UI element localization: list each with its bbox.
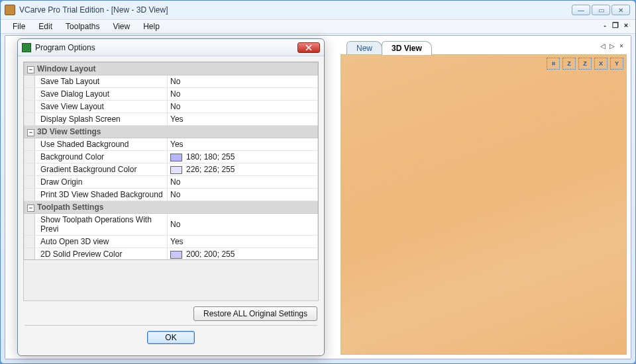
- tab-new[interactable]: New: [346, 41, 382, 55]
- prop-key: Display Splash Screen: [35, 113, 168, 126]
- color-text: 226; 226; 255: [186, 165, 235, 174]
- collapse-icon[interactable]: −: [27, 205, 34, 212]
- color-text: 180; 180; 255: [186, 152, 235, 161]
- menu-toolpaths[interactable]: Toolpaths: [60, 21, 105, 32]
- dialog-icon: [22, 43, 31, 52]
- separator: [25, 325, 317, 326]
- prop-value[interactable]: Yes: [168, 138, 318, 151]
- close-icon: [305, 44, 312, 51]
- prop-key: Print 3D View Shaded Background: [35, 189, 168, 201]
- prop-value[interactable]: No: [168, 88, 318, 101]
- prop-key: Save View Layout: [35, 101, 168, 113]
- prop-key: Auto Open 3D view: [35, 236, 168, 248]
- prop-key: Save Dialog Layout: [35, 88, 168, 101]
- row-gradient-bg-color[interactable]: Gradient Background Color226; 226; 255: [25, 163, 318, 176]
- property-grid-scroll[interactable]: −Window Layout Save Tab LayoutNo Save Di…: [24, 62, 318, 259]
- document-tabs: New 3D View: [346, 41, 431, 55]
- prop-key: Gradient Background Color: [35, 163, 168, 176]
- viewport-toolbar: ⌗ Z Z X Y: [547, 58, 623, 69]
- minimize-button[interactable]: —: [572, 5, 590, 15]
- menu-file[interactable]: File: [7, 21, 30, 32]
- tab-close-icon[interactable]: ×: [617, 42, 625, 50]
- collapse-icon[interactable]: −: [27, 66, 34, 73]
- row-show-toolpath-ops[interactable]: Show Toolpath Operations With PreviNo: [25, 214, 318, 236]
- prop-value[interactable]: No: [168, 214, 318, 236]
- row-draw-origin[interactable]: Draw OriginNo: [25, 176, 318, 189]
- prop-value[interactable]: 200; 200; 255: [168, 248, 318, 260]
- row-2d-solid-preview-color[interactable]: 2D Solid Preview Color200; 200; 255: [25, 248, 318, 260]
- dialog-title-bar: Program Options: [18, 39, 324, 56]
- prop-key: Save Tab Layout: [35, 75, 168, 88]
- row-use-shaded-bg[interactable]: Use Shaded BackgroundYes: [25, 138, 318, 151]
- tab-nav: ◁ ▷ ×: [599, 42, 625, 50]
- prop-key: Draw Origin: [35, 176, 168, 189]
- close-button[interactable]: ✕: [611, 5, 630, 15]
- row-save-dialog-layout[interactable]: Save Dialog LayoutNo: [25, 88, 318, 101]
- property-table: −Window Layout Save Tab LayoutNo Save Di…: [24, 62, 318, 259]
- menu-edit[interactable]: Edit: [33, 21, 58, 32]
- dialog-title: Program Options: [35, 43, 297, 52]
- prop-value[interactable]: Yes: [168, 113, 318, 126]
- property-description-box: [23, 260, 319, 301]
- mdi-controls: - ❐ ×: [600, 21, 631, 30]
- row-display-splash[interactable]: Display Splash ScreenYes: [25, 113, 318, 126]
- menu-help[interactable]: Help: [138, 21, 165, 32]
- tab-3d-view[interactable]: 3D View: [382, 41, 432, 55]
- category-label: 3D View Settings: [37, 127, 101, 136]
- program-options-dialog: Program Options −Window Layout Save Tab …: [17, 38, 325, 356]
- prop-value[interactable]: No: [168, 176, 318, 189]
- category-label: Window Layout: [37, 64, 96, 73]
- view-y-icon[interactable]: Y: [610, 58, 623, 69]
- row-save-view-layout[interactable]: Save View LayoutNo: [25, 101, 318, 113]
- window-controls: — ▭ ✕: [572, 5, 630, 15]
- prop-key: Show Toolpath Operations With Previ: [35, 214, 168, 236]
- ok-button[interactable]: OK: [147, 331, 194, 344]
- mdi-close-button[interactable]: ×: [621, 21, 631, 30]
- category-label: Toolpath Settings: [37, 203, 103, 212]
- prop-key: 2D Solid Preview Color: [35, 248, 168, 260]
- prop-value[interactable]: No: [168, 189, 318, 201]
- mdi-minimize-button[interactable]: -: [600, 21, 610, 30]
- restore-defaults-button[interactable]: Restore ALL Original Settings: [193, 306, 317, 321]
- prop-value[interactable]: 180; 180; 255: [168, 151, 318, 163]
- view-iso-icon[interactable]: Z: [562, 58, 576, 69]
- prop-value[interactable]: No: [168, 75, 318, 88]
- collapse-icon[interactable]: −: [27, 129, 34, 136]
- dialog-close-button[interactable]: [297, 42, 320, 53]
- prop-key: Background Color: [35, 151, 168, 163]
- view-z-icon[interactable]: Z: [578, 58, 592, 69]
- dialog-body: −Window Layout Save Tab LayoutNo Save Di…: [18, 56, 324, 355]
- color-swatch: [170, 154, 182, 161]
- tab-scroll-left-icon[interactable]: ◁: [599, 42, 607, 50]
- window-title: VCarve Pro Trial Edition - [New - 3D Vie…: [19, 5, 572, 15]
- color-swatch: [170, 166, 182, 174]
- maximize-button[interactable]: ▭: [592, 5, 610, 15]
- row-print-shaded-bg[interactable]: Print 3D View Shaded BackgroundNo: [25, 189, 318, 201]
- 3d-viewport[interactable]: ⌗ Z Z X Y: [341, 54, 627, 355]
- row-save-tab-layout[interactable]: Save Tab LayoutNo: [25, 75, 318, 88]
- menu-view[interactable]: View: [107, 21, 135, 32]
- title-bar: VCarve Pro Trial Edition - [New - 3D Vie…: [1, 1, 635, 19]
- prop-value[interactable]: No: [168, 101, 318, 113]
- app-icon: [5, 5, 15, 15]
- category-toolpath-settings[interactable]: −Toolpath Settings: [25, 201, 318, 214]
- color-swatch: [170, 251, 182, 259]
- view-x-icon[interactable]: X: [594, 58, 608, 69]
- prop-value[interactable]: 226; 226; 255: [168, 163, 318, 176]
- tab-scroll-right-icon[interactable]: ▷: [608, 42, 616, 50]
- view-fit-icon[interactable]: ⌗: [547, 58, 560, 69]
- color-text: 200; 200; 255: [186, 250, 235, 259]
- category-3d-view-settings[interactable]: −3D View Settings: [25, 126, 318, 138]
- menu-bar: File Edit Toolpaths View Help - ❐ ×: [1, 19, 635, 34]
- prop-key: Use Shaded Background: [35, 138, 168, 151]
- prop-value[interactable]: Yes: [168, 236, 318, 248]
- mdi-restore-button[interactable]: ❐: [610, 21, 621, 30]
- property-grid: −Window Layout Save Tab LayoutNo Save Di…: [23, 62, 319, 260]
- category-window-layout[interactable]: −Window Layout: [25, 63, 318, 75]
- row-auto-open-3d[interactable]: Auto Open 3D viewYes: [25, 236, 318, 248]
- row-background-color[interactable]: Background Color180; 180; 255: [25, 151, 318, 163]
